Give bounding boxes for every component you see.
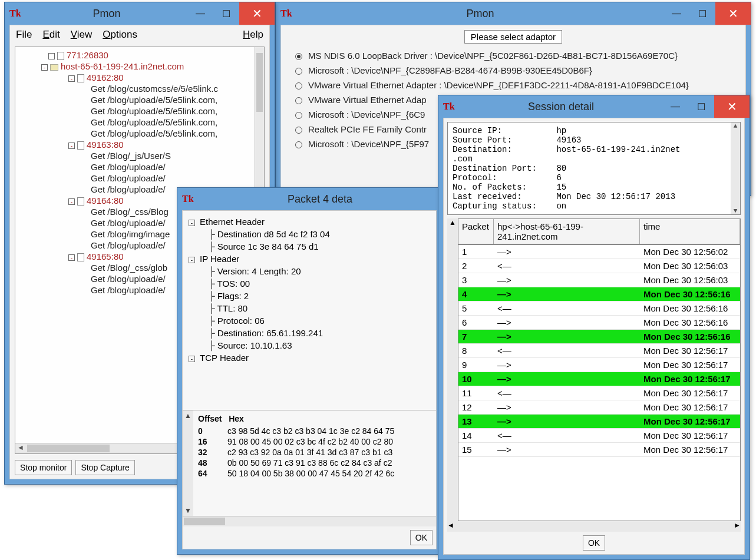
adapter-radio-row[interactable]: VMware Virtual Ethernet Adapter : \Devic… [286, 78, 741, 92]
packet-row[interactable]: 15Mon Dec 30 12:56:17 [458, 443, 740, 457]
tree-node[interactable]: Get /blog/upload/e/ [15, 173, 264, 184]
titlebar[interactable]: Tk Session detail — ☐ ✕ [438, 95, 750, 118]
tree-node[interactable]: Get /blog/upload/e/5/e5link.com, [15, 128, 264, 139]
direction-arrow [497, 332, 511, 342]
session-info-line: Protocol: 6 [453, 173, 735, 183]
stop-monitor-button[interactable]: Stop monitor [15, 460, 72, 475]
session-info-line: Capturing status: on [453, 201, 735, 211]
tree-node[interactable]: -49163:80 [15, 139, 264, 150]
direction-arrow [497, 360, 511, 370]
header-line[interactable]: -TCP Header [189, 352, 430, 364]
col-direction: hp<->host-65-61-199-241.in2net.com [494, 219, 640, 244]
header-line[interactable]: ├ Protocol: 06 [189, 314, 430, 327]
header-line[interactable]: ├ Flags: 2 [189, 290, 430, 302]
radio-icon[interactable] [295, 141, 302, 148]
session-info-line: No. of Packets: 15 [453, 183, 735, 192]
packet-row[interactable]: 10Mon Dec 30 12:56:17 [458, 372, 740, 386]
packet-row[interactable]: 7Mon Dec 30 12:56:16 [458, 330, 740, 344]
ok-button[interactable]: OK [583, 535, 605, 551]
packet-row[interactable]: 13Mon Dec 30 12:56:17 [458, 415, 740, 429]
radio-icon[interactable] [295, 112, 302, 119]
hex-row: 1691 08 00 45 00 02 c3 bc 4f c2 b2 40 00… [198, 436, 431, 447]
close-button[interactable]: ✕ [715, 2, 751, 25]
packet-row[interactable]: 3Mon Dec 30 12:56:03 [458, 273, 740, 287]
header-line[interactable]: ├ Source 1c 3e 84 64 75 d1 [189, 240, 430, 253]
radio-icon[interactable] [295, 127, 302, 134]
header-line[interactable]: -Ethernet Header [189, 216, 430, 228]
radio-icon[interactable] [295, 82, 302, 90]
packet-table-header: Packet hp<->host-65-61-199-241.in2net.co… [458, 219, 740, 245]
packet-table-hscrollbar[interactable]: ◄► [447, 521, 741, 532]
direction-arrow [497, 388, 511, 398]
menu-edit[interactable]: Edit [42, 29, 60, 41]
radio-icon[interactable] [295, 53, 302, 60]
maximize-button[interactable]: ☐ [689, 2, 715, 25]
tree-node[interactable]: Get /blog/upload/e/5/e5link.com, [15, 117, 264, 128]
select-adaptor-header: Please select adaptor [464, 30, 562, 44]
close-button[interactable]: ✕ [714, 95, 750, 118]
direction-arrow [497, 247, 511, 257]
tree-node[interactable]: -host-65-61-199-241.in2net.com [15, 61, 264, 72]
maximize-button[interactable]: ☐ [688, 95, 714, 118]
packet-table-vscrollbar[interactable]: ▲ [447, 218, 458, 521]
hex-hscrollbar[interactable] [183, 516, 436, 526]
header-line[interactable]: ├ Destination d8 5d 4c f2 f3 04 [189, 228, 430, 240]
minimize-button[interactable]: — [662, 95, 688, 118]
packet-row[interactable]: 1Mon Dec 30 12:56:02 [458, 245, 740, 259]
header-line[interactable]: ├ Source: 10.10.1.63 [189, 339, 430, 352]
titlebar[interactable]: Tk Pmon — ☐ ✕ [5, 2, 275, 25]
sessinfo-scrollbar[interactable]: ▲▼ [731, 122, 740, 214]
packet-row[interactable]: 2Mon Dec 30 12:56:03 [458, 259, 740, 273]
packet-row[interactable]: 12Mon Dec 30 12:56:17 [458, 400, 740, 415]
direction-arrow [497, 430, 511, 440]
hex-row: 32c2 93 c3 92 0a 0a 01 3f 41 3d c3 87 c3… [198, 447, 431, 458]
tree-node[interactable]: Get /Blog/_js/User/S [15, 150, 264, 161]
adapter-radio-row[interactable]: MS NDIS 6.0 LoopBack Driver : \Device\NP… [286, 48, 741, 63]
minimize-button[interactable]: — [187, 2, 213, 25]
header-line[interactable]: ├ TOS: 00 [189, 277, 430, 290]
menu-options[interactable]: Options [103, 29, 137, 41]
tree-node[interactable]: 771:26830 [15, 49, 264, 61]
packet-row[interactable]: 6Mon Dec 30 12:56:16 [458, 316, 740, 330]
direction-arrow [497, 289, 511, 299]
titlebar[interactable]: Tk Pmon — ☐ ✕ [276, 2, 751, 25]
menubar: File Edit View Options Help [10, 25, 269, 44]
close-button[interactable]: ✕ [239, 2, 275, 25]
tree-node[interactable]: Get /blog/upload/e/5/e5link.com, [15, 94, 264, 105]
packet-row[interactable]: 9Mon Dec 30 12:56:17 [458, 358, 740, 372]
menu-help[interactable]: Help [243, 29, 263, 41]
ok-button[interactable]: OK [410, 530, 433, 545]
packet-row[interactable]: 11Mon Dec 30 12:56:17 [458, 386, 740, 400]
packet-row[interactable]: 14Mon Dec 30 12:56:17 [458, 429, 740, 443]
page-icon [77, 197, 84, 206]
hex-vscrollbar[interactable]: ▲▼ [183, 410, 193, 516]
tree-node[interactable]: Get /blog/customcss/e/5/e5link.c [15, 83, 264, 94]
packet-row[interactable]: 5Mon Dec 30 12:56:16 [458, 301, 740, 316]
radio-icon[interactable] [295, 97, 302, 104]
adapter-radio-row[interactable]: Microsoft : \Device\NPF_{C2898FAB-B284-4… [286, 63, 741, 78]
direction-arrow [497, 303, 511, 313]
hex-dump: ▲▼ Offset Hex 0c3 98 5d 4c c3 b2 c3 b3 0… [183, 410, 436, 516]
menu-file[interactable]: File [16, 29, 32, 41]
packet-table[interactable]: Packet hp<->host-65-61-199-241.in2net.co… [458, 218, 741, 521]
window-title: Packet 4 deta [199, 193, 441, 206]
tree-node[interactable]: -49162:80 [15, 72, 264, 83]
header-line[interactable]: ├ TTL: 80 [189, 302, 430, 314]
tree-node[interactable]: Get /blog/upload/e/ [15, 161, 264, 173]
window-title: Pmon [297, 8, 663, 20]
maximize-button[interactable]: ☐ [213, 2, 239, 25]
header-line[interactable]: -IP Header [189, 253, 430, 265]
stop-capture-button[interactable]: Stop Capture [75, 460, 135, 475]
page-icon [57, 52, 64, 60]
tree-node[interactable]: Get /blog/upload/e/5/e5link.com, [15, 105, 264, 117]
direction-arrow [497, 445, 511, 455]
packet-row[interactable]: 8Mon Dec 30 12:56:17 [458, 344, 740, 358]
packet-row[interactable]: 4Mon Dec 30 12:56:16 [458, 287, 740, 301]
menu-view[interactable]: View [71, 29, 93, 41]
radio-icon[interactable] [295, 68, 302, 75]
packet-header-tree[interactable]: -Ethernet Header├ Destination d8 5d 4c f… [183, 211, 436, 410]
minimize-button[interactable]: — [663, 2, 689, 25]
header-line[interactable]: ├ Destination: 65.61.199.241 [189, 327, 430, 339]
titlebar[interactable]: Tk Packet 4 deta [177, 188, 441, 210]
header-line[interactable]: ├ Version: 4 Length: 20 [189, 265, 430, 277]
